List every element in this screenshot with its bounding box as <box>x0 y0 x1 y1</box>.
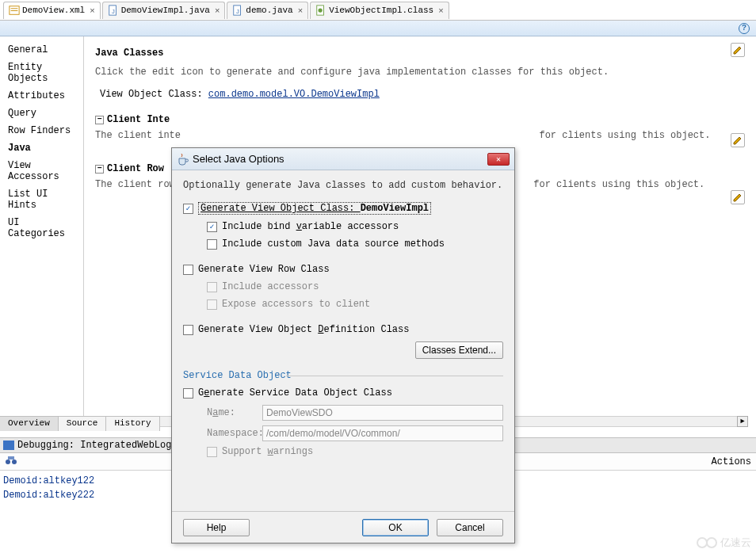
svg-text:J: J <box>111 8 115 15</box>
file-tab-label: demo.java <box>246 6 292 15</box>
section-title: Java Classes <box>95 48 745 59</box>
sdo-namespace-input <box>262 425 503 441</box>
file-tab-label: DemoViewImpl.java <box>121 6 210 15</box>
edit-client-interface-button[interactable] <box>731 133 745 147</box>
cancel-button[interactable]: Cancel <box>437 519 503 536</box>
watermark: 亿速云 <box>697 536 751 550</box>
nav-item-list-ui-hints[interactable]: List UI Hints <box>0 185 83 214</box>
tab-close-icon[interactable]: × <box>438 6 443 15</box>
checkbox-disabled-icon <box>207 447 217 457</box>
nav-item-view-accessors[interactable]: View Accessors <box>0 157 83 185</box>
sub-header: ? <box>0 21 756 36</box>
svg-rect-2 <box>11 10 18 11</box>
support-warnings-row: Support warnings <box>207 446 503 457</box>
svg-rect-11 <box>8 456 14 460</box>
checkbox-label: Include accessors <box>222 281 319 292</box>
sdo-namespace-label: Namespace: <box>207 428 262 439</box>
generate-definition-class-row[interactable]: Generate View Object Definition Class <box>183 324 503 335</box>
checkbox-icon[interactable] <box>183 265 193 275</box>
include-accessors-row: Include accessors <box>207 281 503 292</box>
collapse-toggle-icon[interactable]: − <box>95 116 104 124</box>
generate-view-object-class-row[interactable]: Generate View Object Class: DemoViewImpl <box>183 202 503 215</box>
tab-close-icon[interactable]: × <box>90 6 94 15</box>
nav-item-row-finders[interactable]: Row Finders <box>0 122 83 139</box>
group-title: Client Inte <box>107 114 170 125</box>
sdo-namespace-row: Namespace: <box>207 425 503 441</box>
checkbox-label: Support warnings <box>222 446 313 457</box>
java-cup-icon <box>177 153 189 166</box>
checkbox-icon[interactable] <box>183 204 193 214</box>
tab-close-icon[interactable]: × <box>298 6 303 15</box>
scroll-right-icon[interactable]: ► <box>737 416 748 427</box>
edit-java-classes-button[interactable] <box>731 43 745 57</box>
nav-item-entity-objects[interactable]: Entity Objects <box>0 59 83 87</box>
client-interface-header[interactable]: − Client Inte <box>95 114 745 125</box>
nav-item-query[interactable]: Query <box>0 105 83 122</box>
checkbox-label: Include custom Java data source methods <box>222 238 445 250</box>
checkbox-icon[interactable] <box>183 388 193 399</box>
svg-text:J: J <box>236 8 240 15</box>
file-tab-strip: DemoView.xml × J DemoViewImpl.java × J d… <box>0 0 756 21</box>
sdo-name-label: Name: <box>207 407 262 418</box>
section-nav: General Entity Objects Attributes Query … <box>0 36 84 428</box>
svg-rect-1 <box>11 8 18 9</box>
actions-label[interactable]: Actions <box>712 456 751 467</box>
dialog-title: Select Java Options <box>193 153 487 165</box>
client-interface-desc: The client inte for clients using this o… <box>95 130 745 141</box>
fieldset-legend: Service Data Object <box>183 370 503 381</box>
help-icon[interactable]: ? <box>739 23 750 34</box>
generate-sdo-row[interactable]: Generate Service Data Object Class <box>183 387 503 399</box>
checkbox-disabled-icon <box>207 282 217 292</box>
view-object-class-line: View Object Class: com.demo.model.VO.Dem… <box>95 89 745 100</box>
binoculars-icon[interactable] <box>5 455 17 469</box>
file-tab-label: ViewObjectImpl.class <box>329 6 433 15</box>
help-button[interactable]: Help <box>183 519 250 536</box>
checkbox-label: Include bind variable accessors <box>222 221 399 232</box>
select-java-options-dialog: Select Java Options ✕ Optionally generat… <box>171 147 515 543</box>
dialog-close-button[interactable]: ✕ <box>487 153 510 166</box>
group-title: Client Row <box>107 163 164 174</box>
classes-extend-button[interactable]: Classes Extend... <box>415 341 503 359</box>
checkbox-icon[interactable] <box>183 325 193 335</box>
file-tab[interactable]: ViewObjectImpl.class × <box>310 2 449 19</box>
edit-client-row-button[interactable] <box>731 190 745 204</box>
checkbox-label: Generate View Object Class: <box>200 203 361 214</box>
nav-item-java[interactable]: Java <box>0 139 83 157</box>
vo-class-label: View Object Class: <box>100 89 203 100</box>
section-desc: Click the edit icon to generate and conf… <box>95 67 745 78</box>
nav-item-ui-categories[interactable]: UI Categories <box>0 214 83 242</box>
checkbox-label: Generate View Row Class <box>198 264 330 275</box>
checkbox-icon[interactable] <box>207 239 217 250</box>
java-file-icon: J <box>108 5 119 16</box>
editor-bottom-tabs: Overview Source History <box>0 416 160 431</box>
include-custom-row[interactable]: Include custom Java data source methods <box>207 238 503 250</box>
tab-source[interactable]: Source <box>59 417 107 431</box>
tab-overview[interactable]: Overview <box>0 417 59 431</box>
debug-icon <box>3 440 14 450</box>
include-bind-row[interactable]: Include bind variable accessors <box>207 221 503 232</box>
nav-item-attributes[interactable]: Attributes <box>0 87 83 105</box>
checkbox-label: Generate Service Data Object Class <box>198 387 392 399</box>
checkbox-label: Generate View Object Definition Class <box>198 324 409 335</box>
checkbox-disabled-icon <box>207 299 217 310</box>
nav-item-general[interactable]: General <box>0 41 83 59</box>
dialog-titlebar[interactable]: Select Java Options ✕ <box>172 148 514 170</box>
xml-file-icon <box>9 5 20 16</box>
dialog-intro: Optionally generate Java classes to add … <box>183 180 503 191</box>
svg-point-8 <box>319 8 323 12</box>
file-tab-label: DemoView.xml <box>22 6 85 15</box>
tab-history[interactable]: History <box>106 417 159 431</box>
generate-view-row-class-row[interactable]: Generate View Row Class <box>183 264 503 275</box>
tab-close-icon[interactable]: × <box>215 6 220 15</box>
collapse-toggle-icon[interactable]: − <box>95 165 104 174</box>
file-tab[interactable]: J demo.java × <box>227 2 308 19</box>
checkbox-label: Expose accessors to client <box>222 299 370 310</box>
class-file-icon <box>315 5 326 16</box>
file-tab[interactable]: DemoView.xml × <box>3 2 101 19</box>
file-tab[interactable]: J DemoViewImpl.java × <box>102 2 226 19</box>
expose-accessors-row: Expose accessors to client <box>207 299 503 310</box>
ok-button[interactable]: OK <box>362 519 429 536</box>
svg-point-9 <box>6 460 10 464</box>
vo-class-link[interactable]: com.demo.model.VO.DemoViewImpl <box>208 89 380 100</box>
checkbox-icon[interactable] <box>207 222 217 232</box>
